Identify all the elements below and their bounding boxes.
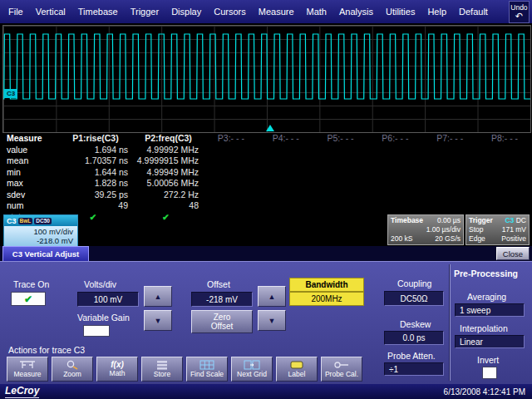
- measure-cell: 1.828 ns: [58, 178, 133, 190]
- waveform-trace: [3, 34, 530, 99]
- lecroy-logo: LeCroy: [5, 385, 39, 398]
- menu-vertical[interactable]: Vertical: [36, 7, 66, 17]
- menu-help[interactable]: Help: [427, 7, 446, 17]
- timebase-descriptor[interactable]: Timebase 0.00 µs 1.00 µs/div 200 kS 20 G…: [387, 214, 464, 245]
- trigger-type: Edge: [469, 234, 485, 244]
- waveform-svg: [3, 26, 530, 132]
- measure-cell: 5.00056 MHz: [133, 178, 204, 190]
- menu-file[interactable]: File: [8, 7, 23, 17]
- timebase-scale: 1.00 µs/div: [426, 225, 461, 234]
- coupling-label: Coupling: [397, 278, 431, 288]
- invert-checkbox[interactable]: [482, 367, 497, 379]
- label-action-label: Label: [288, 371, 306, 378]
- averaging-field[interactable]: 1 sweep: [455, 303, 525, 317]
- measure-col-p5[interactable]: P5:- - -: [313, 133, 368, 145]
- trigger-position-marker[interactable]: [266, 125, 274, 131]
- find-scale-action-button[interactable]: Find Scale: [186, 357, 228, 382]
- probe-atten-field[interactable]: ÷1: [384, 362, 444, 376]
- menu-timebase[interactable]: Timebase: [78, 7, 118, 17]
- volts-div-increase-button[interactable]: ▲: [144, 286, 172, 307]
- zero-offset-label: Zero Offset: [203, 313, 241, 331]
- label-action-button[interactable]: Label: [276, 357, 318, 382]
- probe-atten-label: Probe Atten.: [387, 351, 436, 361]
- deskew-field[interactable]: 0.0 ps: [384, 331, 444, 345]
- measure-col-p6[interactable]: P6:- - -: [368, 133, 423, 145]
- measure-action-label: Measure: [13, 371, 41, 378]
- timebase-position: 0.00 µs: [437, 216, 461, 225]
- measure-col-p8[interactable]: P8:- - -: [477, 133, 532, 145]
- measure-table: Measure P1:rise(C3) P2:freq(C3) P3:- - -…: [0, 133, 532, 223]
- coupling-badge: DC50: [34, 218, 52, 224]
- default-setup-label[interactable]: Default: [459, 7, 488, 17]
- offset-label: Offset: [207, 279, 230, 289]
- trace-on-checkbox[interactable]: ✔: [11, 292, 46, 306]
- measure-col-p2[interactable]: P2:freq(C3): [133, 133, 204, 145]
- measure-col-p4[interactable]: P4:- - -: [259, 133, 313, 145]
- measure-row-label: value: [0, 145, 58, 156]
- menu-math[interactable]: Math: [307, 7, 327, 17]
- measure-col-p7[interactable]: P7:- - -: [422, 133, 477, 145]
- waveform-display[interactable]: C3: [2, 25, 531, 133]
- menu-analysis[interactable]: Analysis: [339, 7, 373, 17]
- math-action-button[interactable]: f(x) Math: [96, 357, 138, 382]
- measure-row-label: sdev: [0, 190, 58, 201]
- menu-display[interactable]: Display: [171, 7, 201, 17]
- datetime-stamp: 6/13/2008 4:12:41 PM: [444, 387, 525, 397]
- bandwidth-limit-badge: BwL: [18, 218, 33, 224]
- channel-c3-descriptor[interactable]: C3 BwL DC50 100 mV/div -218.0 mV: [3, 214, 78, 247]
- down-arrow-icon: ▼: [268, 317, 276, 325]
- tab-c3-vertical-adjust[interactable]: C3 Vertical Adjust: [2, 246, 89, 261]
- volts-div-label: Volts/div: [84, 279, 116, 289]
- fx-icon: f(x): [111, 361, 124, 369]
- measure-cell: 272.2 Hz: [133, 190, 204, 201]
- magnifier-icon: [63, 360, 81, 370]
- menu-utilities[interactable]: Utilities: [386, 7, 415, 17]
- probe-icon: [332, 360, 351, 370]
- averaging-label: Averaging: [467, 292, 506, 302]
- math-action-label: Math: [110, 370, 126, 377]
- zero-offset-button[interactable]: Zero Offset: [191, 310, 253, 333]
- variable-gain-checkbox[interactable]: [83, 325, 110, 337]
- bandwidth-select[interactable]: 200MHz: [289, 292, 364, 306]
- c3-vertical-adjust-dialog: Trace On ✔ Volts/div 100 mV Variable Gai…: [0, 261, 532, 384]
- probe-cal-action-button[interactable]: Probe Cal.: [321, 357, 362, 382]
- offset-field[interactable]: -218 mV: [191, 292, 253, 307]
- label-tag-icon: [288, 360, 306, 370]
- measure-cell: 39.25 ps: [58, 190, 133, 201]
- volts-div-decrease-button[interactable]: ▼: [144, 310, 172, 331]
- store-action-button[interactable]: Store: [141, 357, 183, 382]
- menu-cursors[interactable]: Cursors: [214, 7, 246, 17]
- check-icon: ✔: [24, 293, 32, 305]
- trigger-level: 171 mV: [502, 225, 526, 234]
- interpolation-field[interactable]: Linear: [455, 335, 525, 348]
- measure-cell: 4.99949 MHz: [133, 167, 204, 179]
- undo-button[interactable]: Undo ↶: [509, 1, 530, 23]
- measure-col-p1[interactable]: P1:rise(C3): [58, 133, 133, 145]
- trigger-mode: Stop: [469, 225, 484, 234]
- volts-div-field[interactable]: 100 mV: [77, 292, 139, 307]
- measure-col-p3[interactable]: P3:- - -: [204, 133, 259, 145]
- close-button[interactable]: Close: [496, 247, 530, 260]
- trigger-source: C3: [505, 216, 514, 224]
- trigger-descriptor[interactable]: Trigger C3 DC Stop 171 mV Edge Positive: [466, 214, 530, 245]
- measure-table-title: Measure: [0, 133, 58, 145]
- channel-name: C3: [7, 217, 17, 225]
- offset-decrease-button[interactable]: ▼: [258, 310, 286, 331]
- trace-on-label: Trace On: [13, 279, 49, 289]
- zoom-action-label: Zoom: [63, 371, 81, 378]
- channel-baseline-marker[interactable]: C3: [4, 89, 17, 98]
- offset-increase-button[interactable]: ▲: [258, 286, 286, 307]
- next-grid-action-button[interactable]: Next Grid: [231, 357, 273, 382]
- menu-measure[interactable]: Measure: [259, 7, 294, 17]
- store-action-label: Store: [154, 371, 170, 378]
- down-arrow-icon: ▼: [155, 317, 162, 325]
- menu-trigger[interactable]: Trigger: [131, 7, 159, 17]
- deskew-label: Deskew: [400, 319, 431, 329]
- status-bar: LeCroy 6/13/2008 4:12:41 PM: [0, 384, 532, 399]
- zoom-action-button[interactable]: Zoom: [52, 357, 93, 382]
- measure-action-button[interactable]: Measure: [7, 357, 48, 382]
- coupling-field[interactable]: DC50Ω: [384, 291, 444, 306]
- next-grid-action-label: Next Grid: [237, 371, 267, 378]
- menu-bar: File Vertical Timebase Trigger Display C…: [0, 0, 532, 23]
- undo-icon: ↶: [515, 12, 523, 20]
